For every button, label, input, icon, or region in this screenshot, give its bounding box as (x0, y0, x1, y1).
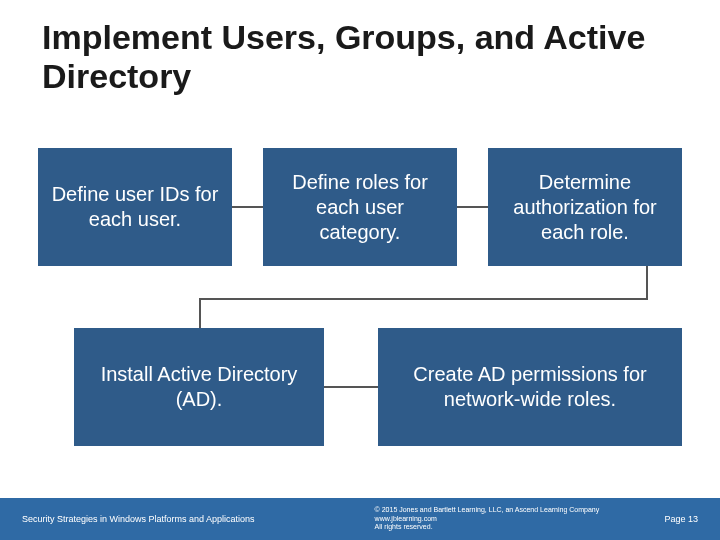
connector (646, 266, 648, 298)
connector (232, 206, 263, 208)
connector (199, 298, 648, 300)
slide-title: Implement Users, Groups, and Active Dire… (42, 18, 682, 96)
page-number: Page 13 (664, 514, 698, 524)
step-box-define-roles: Define roles for each user category. (263, 148, 457, 266)
step-label: Create AD permissions for network-wide r… (390, 362, 670, 412)
footer-bar: Security Strategies in Windows Platforms… (0, 498, 720, 540)
footer-copyright-line3: All rights reserved. (375, 523, 665, 532)
step-label: Define roles for each user category. (275, 170, 445, 245)
step-box-create-ad-permissions: Create AD permissions for network-wide r… (378, 328, 682, 446)
step-label: Install Active Directory (AD). (86, 362, 312, 412)
process-diagram: Define user IDs for each user. Define ro… (38, 148, 682, 468)
footer-copyright: © 2015 Jones and Bartlett Learning, LLC,… (255, 506, 665, 532)
step-box-install-ad: Install Active Directory (AD). (74, 328, 324, 446)
step-box-determine-authorization: Determine authorization for each role. (488, 148, 682, 266)
step-label: Determine authorization for each role. (500, 170, 670, 245)
step-box-define-user-ids: Define user IDs for each user. (38, 148, 232, 266)
connector (457, 206, 488, 208)
connector (324, 386, 378, 388)
footer-copyright-line2: www.jblearning.com (375, 515, 665, 524)
connector (199, 298, 201, 328)
footer-left-text: Security Strategies in Windows Platforms… (22, 514, 255, 524)
slide: Implement Users, Groups, and Active Dire… (0, 0, 720, 540)
footer-copyright-line1: © 2015 Jones and Bartlett Learning, LLC,… (375, 506, 665, 515)
step-label: Define user IDs for each user. (50, 182, 220, 232)
